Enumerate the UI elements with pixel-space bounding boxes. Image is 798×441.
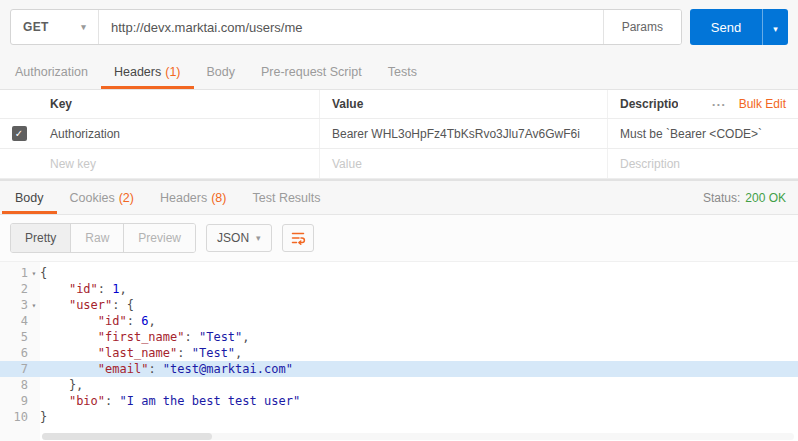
- response-header: BodyCookies(2)Headers(8)Test Results Sta…: [0, 179, 798, 215]
- line-number: 10: [0, 410, 28, 424]
- tab-body[interactable]: Body: [194, 54, 249, 89]
- code-line-5: "first_name": "Test",: [40, 329, 798, 345]
- new-key-input[interactable]: New key: [38, 149, 320, 178]
- new-description-input[interactable]: Description: [608, 149, 798, 178]
- code-line-7: "email": "test@marktai.com": [40, 361, 798, 377]
- checkbox-cell: [0, 149, 38, 178]
- response-tab-headers[interactable]: Headers(8): [147, 181, 240, 214]
- tab-count: (1): [165, 65, 180, 79]
- code-line-8: },: [40, 377, 798, 393]
- tab-label: Authorization: [15, 65, 88, 79]
- code-line-4: "id": 6,: [40, 313, 798, 329]
- tab-count: (2): [119, 191, 134, 205]
- tab-count: (8): [211, 191, 226, 205]
- horizontal-scrollbar[interactable]: [42, 433, 794, 440]
- code-line-3: "user": {: [40, 297, 798, 313]
- new-header-row: New key Value Description: [0, 149, 798, 179]
- new-value-input[interactable]: Value: [320, 149, 608, 178]
- line-number: 5: [0, 330, 28, 344]
- send-options-button[interactable]: ▾: [762, 9, 788, 45]
- format-label: JSON: [217, 231, 249, 245]
- request-bar: GET ▾ Params Send ▾: [0, 0, 798, 54]
- request-tabs: AuthorizationHeaders(1)BodyPre-request S…: [0, 54, 798, 90]
- code-line-2: "id": 1,: [40, 281, 798, 297]
- code-gutter: 1▾23▾45678910: [0, 262, 40, 441]
- view-mode-pretty[interactable]: Pretty: [11, 224, 71, 252]
- more-options-icon[interactable]: •••: [712, 100, 726, 109]
- status-value: 200 OK: [745, 191, 786, 205]
- line-number: 6: [0, 346, 28, 360]
- tab-label: Tests: [388, 65, 417, 79]
- response-tab-test-results[interactable]: Test Results: [239, 181, 333, 214]
- params-button[interactable]: Params: [603, 10, 681, 44]
- response-tabs: BodyCookies(2)Headers(8)Test Results: [2, 181, 334, 214]
- header-value-cell[interactable]: Bearer WHL3oHpFz4TbKsRvo3Jlu7Av6GwF6i: [320, 119, 608, 148]
- method-dropdown[interactable]: GET ▾: [11, 10, 99, 44]
- view-mode-preview[interactable]: Preview: [124, 224, 195, 252]
- line-number: 2: [0, 282, 28, 296]
- column-header-value: Value: [320, 90, 608, 118]
- tab-tests[interactable]: Tests: [375, 54, 430, 89]
- postman-app: GET ▾ Params Send ▾ AuthorizationHeaders…: [0, 0, 798, 441]
- header-check-spacer: [0, 90, 38, 118]
- bulk-edit-button[interactable]: Bulk Edit: [739, 97, 786, 111]
- tab-label: Cookies: [70, 191, 115, 205]
- chevron-down-icon: ▾: [256, 233, 261, 243]
- method-label: GET: [23, 20, 49, 34]
- tab-label: Headers: [114, 65, 161, 79]
- format-dropdown[interactable]: JSON ▾: [206, 224, 272, 252]
- scrollbar-thumb[interactable]: [42, 433, 212, 440]
- send-button[interactable]: Send: [690, 9, 762, 45]
- wrap-text-button[interactable]: [282, 224, 314, 252]
- tab-headers[interactable]: Headers(1): [101, 54, 194, 89]
- status-badge: Status: 200 OK: [703, 181, 798, 214]
- code-line-10: }: [40, 409, 798, 425]
- column-header-key: Key: [38, 90, 320, 118]
- view-mode-group: PrettyRawPreview: [10, 223, 196, 253]
- wrap-text-icon: [290, 230, 306, 246]
- tab-label: Body: [207, 65, 236, 79]
- send-button-group: Send ▾: [690, 9, 788, 45]
- line-number: 4: [0, 314, 28, 328]
- table-actions: ••• Bulk Edit: [678, 90, 798, 118]
- tab-label: Pre-request Script: [261, 65, 362, 79]
- code-line-6: "last_name": "Test",: [40, 345, 798, 361]
- code-lines: { "id": 1, "user": { "id": 6, "first_nam…: [40, 262, 798, 441]
- row-checkbox[interactable]: ✓: [12, 126, 27, 141]
- chevron-down-icon: ▾: [81, 22, 86, 32]
- status-label: Status:: [703, 191, 740, 205]
- table-row: ✓ Authorization Bearer WHL3oHpFz4TbKsRvo…: [0, 119, 798, 149]
- headers-table: Key Value Description ••• Bulk Edit ✓ Au…: [0, 90, 798, 179]
- line-number: 1: [0, 266, 28, 280]
- tab-label: Body: [15, 191, 44, 205]
- response-tab-body[interactable]: Body: [2, 181, 57, 214]
- tab-pre-request-script[interactable]: Pre-request Script: [248, 54, 375, 89]
- line-number: 9: [0, 394, 28, 408]
- column-header-description: Description: [608, 90, 678, 118]
- fold-toggle-icon[interactable]: ▾: [28, 301, 40, 310]
- chevron-down-icon: ▾: [773, 24, 778, 34]
- tab-label: Headers: [160, 191, 207, 205]
- headers-table-header-row: Key Value Description ••• Bulk Edit: [0, 90, 798, 119]
- checkbox-cell: ✓: [0, 119, 38, 148]
- header-key-cell[interactable]: Authorization: [38, 119, 320, 148]
- response-tab-cookies[interactable]: Cookies(2): [57, 181, 147, 214]
- response-toolbar: PrettyRawPreview JSON ▾: [0, 215, 798, 262]
- url-input[interactable]: [99, 10, 603, 44]
- code-line-9: "bio": "I am the best test user": [40, 393, 798, 409]
- response-body-editor[interactable]: 1▾23▾45678910 { "id": 1, "user": { "id":…: [0, 262, 798, 441]
- line-number: 3: [0, 298, 28, 312]
- header-description-cell[interactable]: Must be `Bearer <CODE>`: [608, 119, 798, 148]
- line-number: 7: [0, 362, 28, 376]
- line-number: 8: [0, 378, 28, 392]
- fold-toggle-icon[interactable]: ▾: [28, 269, 40, 278]
- code-line-1: {: [40, 265, 798, 281]
- tab-label: Test Results: [252, 191, 320, 205]
- tab-authorization[interactable]: Authorization: [2, 54, 101, 89]
- url-group: GET ▾ Params: [10, 9, 682, 45]
- view-mode-raw[interactable]: Raw: [71, 224, 124, 252]
